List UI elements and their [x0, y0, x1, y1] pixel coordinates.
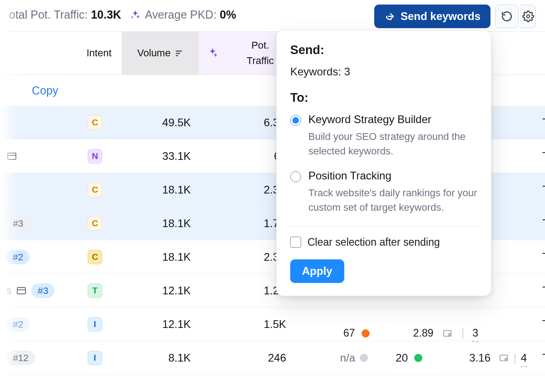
- right-text: This: [535, 308, 545, 341]
- row-left: #2: [0, 240, 76, 273]
- col-intent[interactable]: Intent: [76, 32, 122, 74]
- competition-cell: 20: [376, 341, 431, 374]
- intent-badge: I: [88, 351, 102, 365]
- volume-cell: 18.1K: [122, 207, 199, 240]
- right-text: This: [535, 173, 545, 206]
- row-left: #12: [0, 341, 76, 374]
- option-desc: Build your SEO strategy around the selec…: [308, 129, 477, 159]
- to-heading: To:: [290, 91, 477, 105]
- serp-features-cell: |4: [499, 341, 535, 374]
- serp-features-count[interactable]: 4: [521, 352, 527, 364]
- svg-point-11: [449, 333, 451, 335]
- intent-cell: I: [76, 341, 122, 374]
- kd-cell: n/a: [322, 341, 376, 374]
- status-dot: [362, 329, 370, 337]
- serp-icon: [6, 151, 17, 162]
- option-title: Keyword Strategy Builder: [308, 113, 477, 126]
- radio-ksb[interactable]: [290, 115, 301, 126]
- gear-icon: [522, 10, 534, 22]
- volume-cell: 12.1K: [122, 308, 199, 341]
- right-text: This: [535, 106, 545, 139]
- clear-selection-input[interactable]: [290, 237, 301, 248]
- clear-selection-label: Clear selection after sending: [307, 236, 440, 248]
- rank-chip: #3: [6, 216, 30, 231]
- intent-badge: C: [88, 183, 102, 197]
- row-left: #3: [0, 207, 76, 240]
- intent-cell: C: [76, 240, 122, 273]
- serp-preview-icon[interactable]: [441, 328, 453, 338]
- serp-preview-icon[interactable]: [499, 353, 509, 363]
- intent-badge: N: [88, 149, 102, 164]
- apply-button[interactable]: Apply: [290, 259, 344, 283]
- right-text: This: [535, 207, 545, 240]
- volume-cell: 33.1K: [122, 139, 199, 173]
- volume-cell: 12.1K: [122, 274, 199, 307]
- right-text: This: [535, 341, 545, 374]
- option-position-tracking[interactable]: Position Tracking Track website's daily …: [290, 169, 477, 215]
- summary-bar: otal Pot. Traffic: 10.3K Average PKD: 0%…: [0, 0, 545, 31]
- avg-pkd-value: 0%: [220, 8, 236, 21]
- col-ai-1[interactable]: [199, 32, 226, 74]
- top-actions: Send keywords: [374, 5, 536, 28]
- volume-cell: 8.1K: [122, 341, 199, 374]
- intent-badge: I: [88, 317, 102, 332]
- svg-rect-4: [8, 153, 16, 159]
- svg-point-9: [505, 358, 507, 360]
- clear-selection-checkbox[interactable]: Clear selection after sending: [290, 236, 477, 248]
- intent-badge: T: [88, 283, 102, 298]
- cpc-cell: 3.16: [431, 341, 499, 374]
- total-pot-traffic-value: 10.3K: [91, 8, 121, 21]
- status-dot: [414, 354, 422, 362]
- option-keyword-strategy-builder[interactable]: Keyword Strategy Builder Build your SEO …: [290, 113, 477, 159]
- send-keywords-button[interactable]: Send keywords: [374, 5, 490, 28]
- sparkle-icon: [129, 9, 141, 21]
- row-left: [0, 139, 76, 173]
- row-extra-peek: 67 2.89 | 3: [343, 327, 478, 339]
- intent-badge: C: [88, 216, 102, 231]
- send-heading: Send:: [290, 43, 477, 57]
- keywords-count-line: Keywords: 3: [290, 65, 477, 78]
- intent-cell: I: [76, 308, 122, 341]
- status-dot: [360, 354, 368, 362]
- avg-pkd-label: Average PKD: 0%: [145, 8, 236, 21]
- right-text: This: [535, 240, 545, 273]
- option-desc: Track website's daily rankings for your …: [308, 186, 477, 215]
- volume-cell: 18.1K: [122, 240, 199, 273]
- intent-badge: C: [88, 115, 102, 130]
- row-left: s#3: [0, 274, 76, 307]
- row-left: [0, 173, 76, 206]
- intent-badge: C: [88, 250, 102, 264]
- copy-button[interactable]: Copy: [0, 84, 58, 97]
- send-keywords-panel: Send: Keywords: 3 To: Keyword Strategy B…: [276, 30, 491, 296]
- right-text: This: [535, 274, 545, 307]
- table-row[interactable]: #12I8.1K246n/a203.16|4This: [0, 341, 545, 375]
- row-left: [0, 106, 76, 139]
- svg-point-0: [526, 15, 530, 18]
- arrow-share-icon: [384, 11, 395, 22]
- rank-chip: #3: [31, 283, 54, 298]
- volume-cell: 49.5K: [122, 106, 199, 139]
- serp-icon: [16, 285, 27, 296]
- rank-chip: #12: [6, 351, 35, 365]
- intent-cell: N: [76, 139, 122, 173]
- intent-cell: C: [76, 173, 122, 206]
- intent-cell: C: [76, 106, 122, 139]
- refresh-button[interactable]: [495, 5, 519, 28]
- option-title: Position Tracking: [308, 169, 477, 182]
- right-text: This: [535, 139, 545, 173]
- rank-chip: #2: [6, 317, 30, 332]
- col-volume[interactable]: Volume: [122, 32, 199, 74]
- settings-button[interactable]: [520, 5, 536, 28]
- panel-divider: [290, 226, 477, 226]
- intent-cell: T: [76, 274, 122, 307]
- serp-features-count[interactable]: 3: [472, 327, 478, 339]
- svg-rect-2: [176, 53, 180, 54]
- radio-pt[interactable]: [290, 171, 301, 182]
- svg-rect-6: [17, 288, 25, 294]
- row-left: #2: [0, 308, 76, 341]
- svg-rect-3: [176, 55, 178, 56]
- pot-traffic-cell: 1.5K: [226, 308, 294, 341]
- refresh-icon: [501, 10, 513, 22]
- svg-rect-1: [176, 50, 182, 52]
- volume-cell: 18.1K: [122, 173, 199, 206]
